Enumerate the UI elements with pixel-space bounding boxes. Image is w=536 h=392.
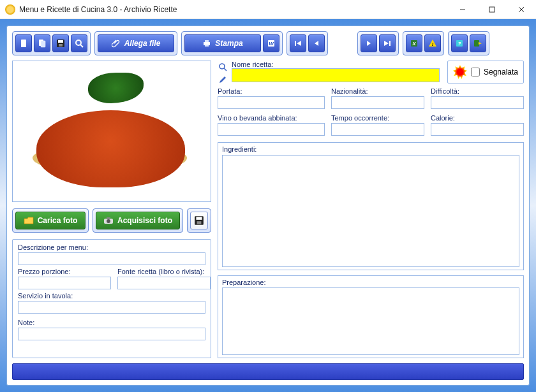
vino-input[interactable] xyxy=(218,123,325,136)
acquire-photo-button[interactable]: Acquisisci foto xyxy=(96,212,180,229)
new-button[interactable] xyxy=(15,34,32,52)
svg-text:X: X xyxy=(412,41,416,47)
svg-rect-14 xyxy=(205,45,209,47)
tempo-label: Tempo occorrente: xyxy=(331,114,424,122)
window-title: Menu e Ricette di Cucina 3.0 - Archivio … xyxy=(19,5,448,14)
vino-label: Vino o bevanda abbinata: xyxy=(218,114,325,122)
service-input[interactable] xyxy=(18,301,205,314)
source-label: Fonte ricetta (libro o rivista): xyxy=(117,268,211,275)
help-button[interactable]: ? xyxy=(451,34,468,52)
flagged-label: Segnalata xyxy=(484,68,518,76)
copy-button[interactable] xyxy=(34,34,50,52)
svg-rect-33 xyxy=(107,217,110,219)
flagged-box: Segnalata xyxy=(447,61,524,83)
recipe-name-input[interactable] xyxy=(232,68,440,82)
ingredients-box: Ingredienti: xyxy=(218,142,524,270)
preparation-box: Preparazione: xyxy=(218,275,524,358)
svg-marker-18 xyxy=(297,41,301,46)
attach-label: Allega file xyxy=(124,39,161,48)
acquire-photo-label: Acquisisci foto xyxy=(117,216,172,225)
source-input[interactable] xyxy=(117,277,211,289)
svg-rect-22 xyxy=(389,41,391,46)
export-word-button[interactable]: W xyxy=(263,34,279,52)
nav-last-button[interactable] xyxy=(379,34,396,52)
svg-rect-4 xyxy=(21,40,26,47)
svg-rect-17 xyxy=(295,41,296,46)
nav-next-button[interactable] xyxy=(361,34,377,52)
svg-marker-19 xyxy=(315,41,318,46)
svg-rect-13 xyxy=(205,40,209,42)
flagged-checkbox[interactable] xyxy=(471,68,480,76)
edit-icon[interactable] xyxy=(218,75,228,85)
print-label: Stampa xyxy=(215,39,242,48)
svg-text:!: ! xyxy=(432,41,434,47)
svg-text:?: ? xyxy=(458,41,461,47)
minimize-button[interactable] xyxy=(448,0,477,19)
warning-button[interactable]: ! xyxy=(424,34,441,52)
name-label: Nome ricetta: xyxy=(232,61,273,68)
save-button[interactable] xyxy=(52,34,69,52)
search-button[interactable] xyxy=(71,34,87,52)
desc-input[interactable] xyxy=(18,252,205,265)
attach-file-button[interactable]: Allega file xyxy=(98,34,174,52)
calorie-input[interactable] xyxy=(431,123,524,136)
price-input[interactable] xyxy=(18,277,111,289)
svg-rect-1 xyxy=(489,7,495,12)
left-fieldset: Descrizione per menu: Prezzo porzione: F… xyxy=(12,239,211,358)
svg-marker-21 xyxy=(384,41,389,46)
titlebar: Menu e Ricette di Cucina 3.0 - Archivio … xyxy=(0,0,536,19)
flag-burst-icon xyxy=(453,65,467,79)
statusbar xyxy=(12,363,524,380)
nav-first-button[interactable] xyxy=(290,34,306,52)
service-label: Servizio in tavola: xyxy=(18,292,205,300)
note-label: Note: xyxy=(18,319,205,326)
preparazione-label: Preparazione: xyxy=(222,279,519,286)
export-excel-button[interactable]: X xyxy=(406,34,422,52)
svg-rect-36 xyxy=(197,221,202,224)
desc-label: Descrizione per menu: xyxy=(18,243,205,251)
print-button[interactable]: Stampa xyxy=(184,34,261,52)
svg-rect-35 xyxy=(196,217,202,220)
nazionalita-label: Nazionalità: xyxy=(331,87,424,95)
svg-point-32 xyxy=(107,219,110,223)
toolbar: Allega file Stampa W xyxy=(12,31,524,55)
close-button[interactable] xyxy=(507,0,536,19)
svg-rect-6 xyxy=(41,41,45,47)
app-icon xyxy=(5,4,15,15)
difficolta-input[interactable] xyxy=(431,96,524,109)
svg-rect-8 xyxy=(58,40,63,43)
difficolta-label: Difficoltà: xyxy=(431,87,524,95)
exit-button[interactable] xyxy=(470,34,486,52)
svg-line-38 xyxy=(224,68,227,71)
save-photo-button[interactable] xyxy=(190,212,208,229)
maximize-button[interactable] xyxy=(477,0,507,19)
zoom-icon[interactable] xyxy=(218,62,228,72)
nav-prev-button[interactable] xyxy=(308,34,325,52)
svg-line-11 xyxy=(80,45,83,47)
portata-label: Portata: xyxy=(218,87,325,95)
svg-rect-29 xyxy=(474,40,479,47)
load-photo-label: Carica foto xyxy=(38,216,78,225)
price-label: Prezzo porzione: xyxy=(18,268,111,275)
ingredienti-textarea[interactable] xyxy=(222,155,519,267)
calorie-label: Calorie: xyxy=(431,114,524,122)
svg-point-10 xyxy=(76,40,81,45)
nazionalita-input[interactable] xyxy=(331,96,424,109)
portata-input[interactable] xyxy=(218,96,325,109)
svg-rect-9 xyxy=(59,44,63,47)
preparazione-textarea[interactable] xyxy=(222,287,519,355)
ingredienti-label: Ingredienti: xyxy=(222,145,519,153)
note-input[interactable] xyxy=(18,328,205,340)
load-photo-button[interactable]: Carica foto xyxy=(15,212,86,229)
recipe-photo xyxy=(12,61,211,202)
svg-marker-30 xyxy=(479,42,482,45)
tempo-input[interactable] xyxy=(331,123,424,136)
svg-marker-20 xyxy=(367,41,371,46)
svg-point-37 xyxy=(220,64,225,69)
